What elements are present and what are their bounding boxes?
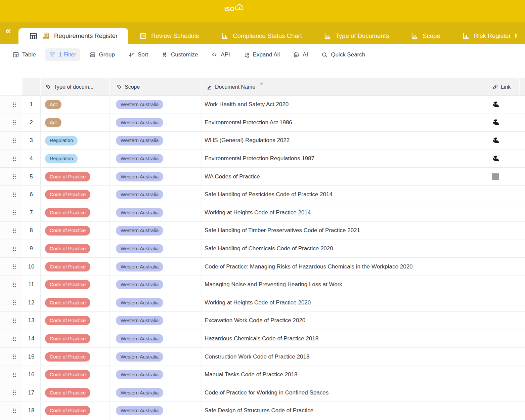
row-number-cell[interactable]: 4: [22, 150, 40, 168]
drag-handle-icon[interactable]: [12, 336, 16, 341]
type-of-document-cell[interactable]: Code of Practice: [40, 204, 109, 222]
document-name-cell[interactable]: Safe Handling of Pesticides Code of Prac…: [202, 186, 489, 204]
tab-type-of-documents[interactable]: Type of Documents: [313, 28, 400, 44]
row-number-cell[interactable]: 8: [22, 222, 40, 240]
scope-cell[interactable]: Western Australia: [109, 402, 202, 420]
customize-button[interactable]: Customize: [157, 48, 202, 61]
scope-cell[interactable]: Western Australia: [109, 186, 202, 204]
table-button[interactable]: Table: [8, 48, 40, 61]
tab-requirements-register[interactable]: Requirements Register: [18, 28, 128, 44]
link-cell[interactable]: [489, 384, 519, 402]
drag-handle-icon[interactable]: [12, 102, 16, 107]
drag-handle-icon[interactable]: [12, 228, 16, 233]
link-cell[interactable]: [489, 366, 519, 384]
document-name-cell[interactable]: Excavation Work Code of Practice 2020: [202, 312, 489, 330]
row-number-cell[interactable]: 5: [22, 168, 40, 185]
document-name-cell[interactable]: Manual Tasks Code of Practice 2018: [202, 366, 489, 384]
link-cell[interactable]: [489, 168, 519, 185]
scope-cell[interactable]: Western Australia: [109, 132, 202, 150]
type-of-document-cell[interactable]: Code of Practice: [40, 402, 109, 420]
document-name-cell[interactable]: Environmental Protection Regulations 198…: [202, 150, 489, 168]
collapse-sidebar-button[interactable]: «: [5, 26, 11, 36]
document-name-cell[interactable]: Managing Noise and Preventing Hearing Lo…: [202, 276, 489, 294]
scope-cell[interactable]: Western Australia: [109, 204, 202, 222]
scope-cell[interactable]: Western Australia: [109, 240, 202, 258]
document-name-cell[interactable]: WA Codes of Practice: [202, 168, 489, 185]
drag-handle-icon[interactable]: [12, 408, 16, 413]
column-header-link[interactable]: Link: [489, 78, 519, 95]
link-cell[interactable]: [489, 348, 519, 366]
drag-handle-icon[interactable]: [12, 390, 16, 395]
type-of-document-cell[interactable]: Act: [40, 114, 109, 132]
document-name-cell[interactable]: Code of Practice: Managing Risks of Haza…: [202, 258, 489, 276]
drag-handle-icon[interactable]: [12, 282, 16, 287]
row-number-cell[interactable]: 6: [22, 186, 40, 204]
scope-cell[interactable]: Western Australia: [109, 150, 202, 168]
drag-handle-icon[interactable]: [12, 246, 16, 251]
scope-cell[interactable]: Western Australia: [109, 222, 202, 240]
link-cell[interactable]: [489, 132, 519, 150]
link-cell[interactable]: [489, 402, 519, 420]
document-name-cell[interactable]: Construction Work Code of Practice 2018: [202, 348, 489, 366]
tab-compliance-status-chart[interactable]: Compliance Status Chart: [210, 28, 313, 44]
document-name-cell[interactable]: Working at Heights Code of Practice 2014: [202, 204, 489, 222]
document-name-cell[interactable]: Code of Practice for Working in Confined…: [202, 384, 489, 402]
type-of-document-cell[interactable]: Code of Practice: [40, 240, 109, 258]
tab-scope[interactable]: Scope: [400, 28, 451, 44]
type-of-document-cell[interactable]: Code of Practice: [40, 258, 109, 276]
type-of-document-cell[interactable]: Code of Practice: [40, 222, 109, 240]
column-header-type-of-docum[interactable]: Type of docum...: [40, 78, 109, 95]
row-number-cell[interactable]: 2: [22, 114, 40, 132]
tab-risk-register[interactable]: Risk Register M: [451, 28, 525, 44]
scope-cell[interactable]: Western Australia: [109, 168, 202, 185]
row-number-cell[interactable]: 1: [22, 96, 40, 114]
column-header-document-name[interactable]: Document Name ★: [202, 78, 489, 95]
scope-cell[interactable]: Western Australia: [109, 294, 202, 312]
row-number-cell[interactable]: 3: [22, 132, 40, 150]
row-number-cell[interactable]: 9: [22, 240, 40, 258]
drag-handle-icon[interactable]: [12, 192, 16, 197]
ai-button[interactable]: AI AI: [289, 48, 312, 61]
scope-cell[interactable]: Western Australia: [109, 348, 202, 366]
drag-handle-icon[interactable]: [12, 372, 16, 377]
scope-cell[interactable]: Western Australia: [109, 258, 202, 276]
document-name-cell[interactable]: Safe Handling of Timber Preservatives Co…: [202, 222, 489, 240]
type-of-document-cell[interactable]: Code of Practice: [40, 312, 109, 330]
scope-cell[interactable]: Western Australia: [109, 366, 202, 384]
link-cell[interactable]: [489, 294, 519, 312]
document-name-cell[interactable]: Working at Heights Code of Practice 2020: [202, 294, 489, 312]
row-number-cell[interactable]: 12: [22, 294, 40, 312]
drag-handle-icon[interactable]: [12, 318, 16, 323]
row-number-cell[interactable]: 11: [22, 276, 40, 294]
type-of-document-cell[interactable]: Act: [40, 96, 109, 114]
type-of-document-cell[interactable]: Code of Practice: [40, 330, 109, 348]
link-cell[interactable]: [489, 114, 519, 132]
expand-all-button[interactable]: Expand All: [239, 48, 284, 61]
type-of-document-cell[interactable]: Regulation: [40, 132, 109, 150]
row-number-cell[interactable]: 7: [22, 204, 40, 222]
document-name-cell[interactable]: Work Health and Safety Act 2020: [202, 96, 489, 114]
drag-handle-icon[interactable]: [12, 138, 16, 143]
document-name-cell[interactable]: Safe Design of Structures Code of Practi…: [202, 402, 489, 420]
row-number-cell[interactable]: 13: [22, 312, 40, 330]
drag-handle-icon[interactable]: [12, 120, 16, 125]
link-cell[interactable]: [489, 240, 519, 258]
document-name-cell[interactable]: Hazardous Chemicals Code of Practice 201…: [202, 330, 489, 348]
group-button[interactable]: Group: [85, 48, 119, 61]
link-cell[interactable]: [489, 186, 519, 204]
type-of-document-cell[interactable]: Code of Practice: [40, 186, 109, 204]
type-of-document-cell[interactable]: Code of Practice: [40, 366, 109, 384]
row-number-cell[interactable]: 17: [22, 384, 40, 402]
document-name-cell[interactable]: Safe Handling of Chemicals Code of Pract…: [202, 240, 489, 258]
link-cell[interactable]: [489, 96, 519, 114]
link-cell[interactable]: [489, 204, 519, 222]
row-number-cell[interactable]: 16: [22, 366, 40, 384]
quick-search-button[interactable]: Quick Search: [317, 48, 369, 61]
drag-handle-icon[interactable]: [12, 264, 16, 269]
link-cell[interactable]: [489, 150, 519, 168]
1-filter-button[interactable]: 1 Filter: [45, 48, 80, 61]
scope-cell[interactable]: Western Australia: [109, 96, 202, 114]
link-cell[interactable]: [489, 330, 519, 348]
api-button[interactable]: API: [207, 48, 234, 61]
link-cell[interactable]: [489, 258, 519, 276]
